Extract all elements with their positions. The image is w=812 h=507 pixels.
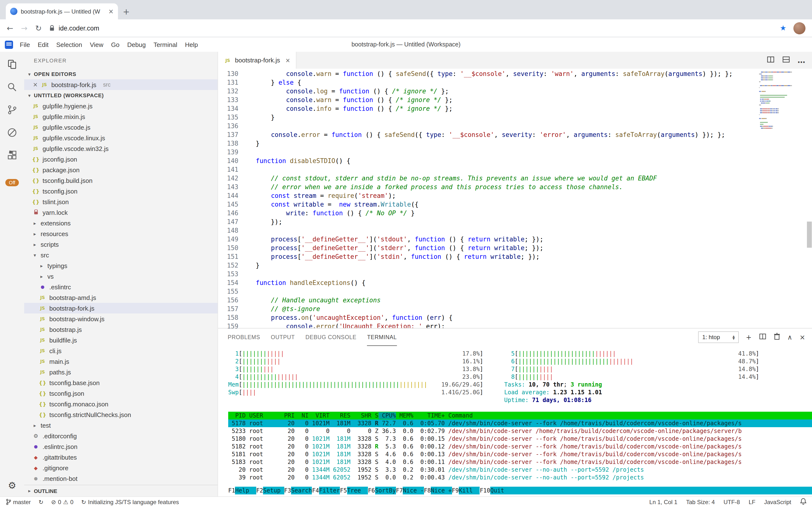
fkey-label-F1[interactable]: Help xyxy=(235,487,256,494)
fkey-label-F8[interactable]: Nice + xyxy=(431,487,452,494)
fkey-F10[interactable]: F10 xyxy=(480,487,490,494)
fkey-F9[interactable]: F9 xyxy=(452,487,459,494)
reload-button[interactable]: ↻ xyxy=(35,23,42,33)
source-control-icon[interactable] xyxy=(6,104,18,116)
tree-item-paths.js[interactable]: JSpaths.js xyxy=(24,367,217,377)
fkey-label-F3[interactable]: Search xyxy=(291,487,312,494)
bookmark-star-icon[interactable]: ★ xyxy=(780,24,787,33)
status-tab-size-4[interactable]: Tab Size: 4 xyxy=(686,499,715,505)
process-row[interactable]: 20 root 20 0 1344M 62052 1952 S 3.3 0.2 … xyxy=(228,466,812,473)
tree-item-main.js[interactable]: JSmain.js xyxy=(24,356,217,367)
status-lf[interactable]: LF xyxy=(749,499,755,505)
workspace-header[interactable]: ▾ UNTITLED (WORKSPACE) xyxy=(24,90,217,101)
toggle-layout-icon[interactable] xyxy=(782,55,790,65)
tree-item-package.json[interactable]: {}package.json xyxy=(24,165,217,175)
minimap[interactable] xyxy=(756,69,806,328)
menu-help[interactable]: Help xyxy=(181,41,202,48)
search-icon[interactable] xyxy=(6,81,18,93)
process-row[interactable]: 5181 root 20 0 1021M 181M 3328 S 4.6 0.6… xyxy=(228,450,812,458)
panel-tab-output[interactable]: OUTPUT xyxy=(271,329,295,346)
tree-item-tsconfig.json[interactable]: {}tsconfig.json xyxy=(24,186,217,196)
editor-tab[interactable]: JS bootstrap-fork.js × xyxy=(218,52,297,69)
split-editor-icon[interactable] xyxy=(766,55,774,65)
browser-tab[interactable]: bootstrap-fork.js — Untitled (W × xyxy=(6,3,118,19)
maximize-panel-icon[interactable]: ∧ xyxy=(787,333,793,341)
panel-tab-debug-console[interactable]: DEBUG CONSOLE xyxy=(306,329,357,346)
tree-item-tslint.json[interactable]: {}tslint.json xyxy=(24,196,217,207)
back-button[interactable]: ← xyxy=(7,23,13,33)
tree-item-jsconfig.json[interactable]: {}jsconfig.json xyxy=(24,154,217,165)
menu-edit[interactable]: Edit xyxy=(34,41,53,48)
fkey-label-F5[interactable]: Tree xyxy=(347,487,368,494)
kill-terminal-icon[interactable] xyxy=(773,333,780,342)
fkey-F4[interactable]: F4 xyxy=(312,487,319,494)
fkey-F6[interactable]: F6 xyxy=(368,487,375,494)
tree-item-gulpfile.vscode.linux.js[interactable]: JSgulpfile.vscode.linux.js xyxy=(24,132,217,143)
profile-avatar[interactable] xyxy=(793,22,805,34)
debug-icon[interactable] xyxy=(6,127,18,138)
close-tab-icon[interactable]: × xyxy=(285,57,290,64)
scrollbar-thumb[interactable] xyxy=(807,222,812,248)
settings-gear-icon[interactable]: ⚙ xyxy=(8,480,16,491)
process-row[interactable]: 39 root 20 0 1344M 62052 1952 S 0.0 0.2 … xyxy=(228,473,812,482)
status-utf-8[interactable]: UTF-8 xyxy=(724,499,740,505)
fkey-label-F6[interactable]: SortBy xyxy=(375,487,396,494)
fkey-F5[interactable]: F5 xyxy=(340,487,347,494)
process-row[interactable]: 5182 root 20 0 1021M 181M 3328 R 5.3 0.6… xyxy=(228,443,812,450)
explorer-icon[interactable] xyxy=(6,59,18,70)
tree-item-tsconfig.json[interactable]: {}tsconfig.json xyxy=(24,388,217,399)
new-tab-button[interactable]: + xyxy=(123,7,130,16)
address-bar[interactable]: ide.coder.com xyxy=(49,24,99,32)
tree-item-typings[interactable]: ▸typings xyxy=(24,260,217,271)
tree-item-bootstrap.js[interactable]: JSbootstrap.js xyxy=(24,324,217,335)
tree-item-src[interactable]: ▾src xyxy=(24,249,217,260)
terminal-picker[interactable]: 1: htop ▲▼ xyxy=(698,331,739,343)
fkey-label-F9[interactable]: Kill xyxy=(459,487,480,494)
tree-item-bootstrap-amd.js[interactable]: JSbootstrap-amd.js xyxy=(24,292,217,303)
tree-item-buildfile.js[interactable]: JSbuildfile.js xyxy=(24,335,217,345)
tree-item-gulpfile.hygiene.js[interactable]: JSgulpfile.hygiene.js xyxy=(24,101,217,111)
outline-section[interactable]: ▸ OUTLINE xyxy=(24,485,217,496)
tree-item-.eslintrc.json[interactable]: ●.eslintrc.json xyxy=(24,441,217,452)
terminal[interactable]: 1[|||||||||||| 17.8%] 5[||||||||||||||||… xyxy=(218,346,812,496)
fkey-label-F2[interactable]: Setup xyxy=(263,487,284,494)
extensions-icon[interactable] xyxy=(6,150,18,161)
tree-item-.editorconfig[interactable]: ⚙.editorconfig xyxy=(24,431,217,441)
tree-item-gulpfile.vscode.win32.js[interactable]: JSgulpfile.vscode.win32.js xyxy=(24,143,217,154)
split-terminal-icon[interactable] xyxy=(759,333,766,342)
fkey-F1[interactable]: F1 xyxy=(228,487,235,494)
language-status[interactable]: ↻ Initializing JS/TS language features xyxy=(81,499,179,505)
git-branch-indicator[interactable]: master xyxy=(6,499,31,505)
tree-item-vs[interactable]: ▸vs xyxy=(24,271,217,282)
fkey-F8[interactable]: F8 xyxy=(424,487,431,494)
tree-item-yarn.lock[interactable]: yarn.lock xyxy=(24,207,217,218)
process-row[interactable]: 5183 root 20 0 1021M 181M 3328 S 4.0 0.6… xyxy=(228,458,812,466)
more-actions-icon[interactable]: … xyxy=(798,58,805,63)
sync-icon[interactable]: ↻ xyxy=(39,499,43,505)
tree-item-gulpfile.vscode.js[interactable]: JSgulpfile.vscode.js xyxy=(24,122,217,132)
fkey-label-F4[interactable]: Filter xyxy=(319,487,340,494)
menu-selection[interactable]: Selection xyxy=(53,41,86,48)
open-editors-header[interactable]: ▾ OPEN EDITORS xyxy=(24,69,217,79)
fkey-label-F7[interactable]: Nice - xyxy=(403,487,424,494)
status-javascript[interactable]: JavaScript xyxy=(764,499,791,505)
fkey-F3[interactable]: F3 xyxy=(284,487,291,494)
tree-item-.gitattributes[interactable]: ◆.gitattributes xyxy=(24,452,217,462)
tree-item-.mention-bot[interactable]: ●.mention-bot xyxy=(24,473,217,484)
tree-item-extensions[interactable]: ▸extensions xyxy=(24,218,217,228)
menu-debug[interactable]: Debug xyxy=(123,41,150,48)
panel-tab-terminal[interactable]: TERMINAL xyxy=(367,329,397,346)
tree-item-tsconfig.monaco.json[interactable]: {}tsconfig.monaco.json xyxy=(24,399,217,409)
fkey-F7[interactable]: F7 xyxy=(396,487,403,494)
tree-item-bootstrap-window.js[interactable]: JSbootstrap-window.js xyxy=(24,314,217,324)
tree-item-resources[interactable]: ▸resources xyxy=(24,228,217,239)
fkey-label-F10[interactable]: Quit xyxy=(490,487,511,494)
tree-item-test[interactable]: ▸test xyxy=(24,420,217,431)
tree-item-bootstrap-fork.js[interactable]: JSbootstrap-fork.js xyxy=(24,303,217,314)
code-area[interactable]: console.warn = function () { safeSend({ … xyxy=(243,69,756,328)
tree-item-tsconfig.build.json[interactable]: {}tsconfig.build.json xyxy=(24,175,217,186)
problems-indicator[interactable]: ⊘ 0 ⚠ 0 xyxy=(51,499,73,505)
off-badge[interactable]: Off xyxy=(6,179,19,186)
tree-item-cli.js[interactable]: JScli.js xyxy=(24,345,217,356)
fkey-F2[interactable]: F2 xyxy=(256,487,263,494)
